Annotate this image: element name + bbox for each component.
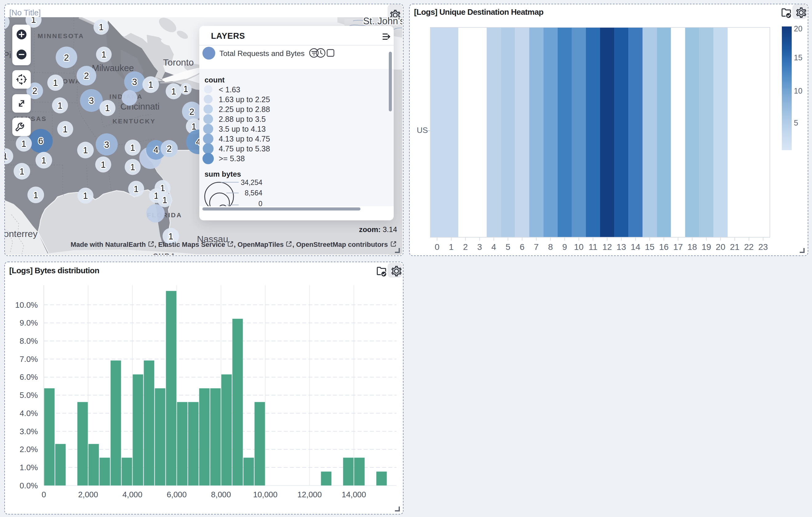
svg-text:21: 21: [730, 242, 739, 252]
svg-text:4.13 up to 4.75: 4.13 up to 4.75: [219, 134, 270, 143]
svg-text:St. John's: St. John's: [362, 17, 402, 26]
svg-text:0.0%: 0.0%: [19, 481, 37, 490]
svg-text:1: 1: [448, 242, 453, 252]
svg-text:16: 16: [659, 242, 668, 252]
svg-text:3: 3: [104, 139, 109, 149]
svg-text:1: 1: [83, 190, 88, 200]
svg-text:CUBA: CUBA: [152, 252, 176, 254]
svg-text:2: 2: [166, 143, 171, 153]
svg-text:6: 6: [38, 136, 43, 145]
svg-text:Toronto: Toronto: [163, 57, 194, 67]
svg-text:1: 1: [105, 103, 110, 113]
svg-text:0: 0: [258, 199, 262, 206]
svg-text:1: 1: [33, 190, 38, 200]
svg-text:8,564: 8,564: [244, 189, 262, 197]
svg-text:1: 1: [100, 159, 106, 169]
svg-text:3.5 up to 4.13: 3.5 up to 4.13: [219, 124, 265, 133]
svg-text:2: 2: [64, 52, 68, 62]
svg-text:8.0%: 8.0%: [19, 336, 37, 346]
svg-text:10.0%: 10.0%: [15, 300, 37, 309]
svg-text:2.0%: 2.0%: [19, 445, 37, 454]
svg-text:10: 10: [574, 242, 583, 252]
svg-text:2: 2: [463, 242, 467, 252]
svg-text:34,254: 34,254: [240, 178, 262, 186]
svg-text:9.0%: 9.0%: [19, 318, 37, 327]
svg-text:11: 11: [588, 242, 597, 252]
svg-text:2.88 up to 3.5: 2.88 up to 3.5: [219, 114, 265, 123]
svg-text:1: 1: [62, 124, 67, 134]
svg-text:1: 1: [168, 231, 173, 241]
svg-text:2: 2: [84, 71, 89, 80]
svg-text:3: 3: [89, 96, 93, 105]
svg-text:MINNESOTA: MINNESOTA: [37, 32, 84, 39]
svg-text:6.0%: 6.0%: [19, 372, 37, 382]
svg-text:3: 3: [132, 77, 137, 86]
svg-text:4.0%: 4.0%: [19, 409, 37, 418]
svg-text:2.25 up to 2.88: 2.25 up to 2.88: [219, 105, 270, 113]
svg-text:1: 1: [53, 78, 58, 87]
svg-text:0: 0: [434, 242, 439, 252]
svg-text:1: 1: [83, 145, 88, 155]
svg-text:1: 1: [130, 162, 135, 172]
svg-text:1: 1: [5, 151, 7, 161]
svg-text:< 1.63: < 1.63: [219, 85, 240, 93]
svg-text:1: 1: [171, 86, 176, 96]
svg-text:14,000: 14,000: [341, 490, 366, 499]
svg-text:8,000: 8,000: [211, 490, 231, 499]
svg-text:4.75 up to 5.38: 4.75 up to 5.38: [219, 144, 270, 153]
svg-text:1: 1: [148, 79, 153, 89]
svg-text:1: 1: [19, 166, 24, 176]
svg-text:onterrey: onterrey: [5, 228, 37, 239]
svg-text:10,000: 10,000: [253, 490, 278, 499]
svg-text:12,000: 12,000: [297, 490, 322, 499]
svg-text:9: 9: [562, 242, 567, 252]
svg-text:18: 18: [687, 242, 697, 252]
svg-text:6,000: 6,000: [166, 490, 186, 499]
svg-text:17: 17: [673, 242, 683, 252]
svg-text:Pi: Pi: [5, 50, 11, 60]
svg-text:3: 3: [477, 242, 482, 252]
svg-text:7.0%: 7.0%: [19, 355, 37, 364]
svg-text:20: 20: [716, 242, 725, 252]
svg-text:1: 1: [31, 17, 36, 24]
svg-text:4,000: 4,000: [122, 490, 142, 499]
svg-text:13: 13: [616, 242, 626, 252]
svg-text:22: 22: [744, 242, 753, 252]
svg-text:14: 14: [631, 242, 640, 252]
svg-text:Total Requests and Bytes: Total Requests and Bytes: [219, 49, 304, 57]
svg-text:1.63 up to 2.25: 1.63 up to 2.25: [219, 95, 270, 103]
svg-text:7: 7: [534, 242, 539, 252]
svg-text:1: 1: [183, 84, 188, 93]
svg-text:2,000: 2,000: [78, 490, 98, 499]
svg-text:23: 23: [758, 242, 767, 252]
svg-text:6: 6: [520, 242, 524, 252]
svg-text:2: 2: [189, 107, 194, 116]
svg-text:8: 8: [548, 242, 553, 252]
svg-text:2: 2: [32, 86, 37, 96]
svg-text:1: 1: [98, 22, 103, 32]
svg-text:1: 1: [41, 155, 46, 165]
svg-text:1: 1: [21, 138, 26, 148]
svg-text:>= 5.38: >= 5.38: [219, 154, 244, 162]
svg-text:KENTUCKY: KENTUCKY: [112, 117, 156, 124]
svg-text:1: 1: [130, 142, 135, 152]
svg-text:1: 1: [57, 100, 62, 110]
svg-text:Milwaukee: Milwaukee: [92, 63, 134, 73]
svg-text:5.0%: 5.0%: [19, 390, 37, 400]
svg-text:0: 0: [41, 490, 46, 499]
svg-text:4: 4: [491, 242, 496, 252]
svg-text:15: 15: [645, 242, 654, 252]
svg-text:1: 1: [134, 184, 138, 194]
svg-text:3.0%: 3.0%: [19, 427, 37, 436]
svg-text:1.0%: 1.0%: [19, 463, 37, 472]
svg-text:12: 12: [602, 242, 611, 252]
svg-text:1: 1: [101, 49, 106, 59]
svg-text:5: 5: [505, 242, 510, 252]
svg-text:4: 4: [153, 145, 158, 155]
svg-text:1: 1: [162, 195, 167, 205]
svg-text:19: 19: [701, 242, 711, 252]
